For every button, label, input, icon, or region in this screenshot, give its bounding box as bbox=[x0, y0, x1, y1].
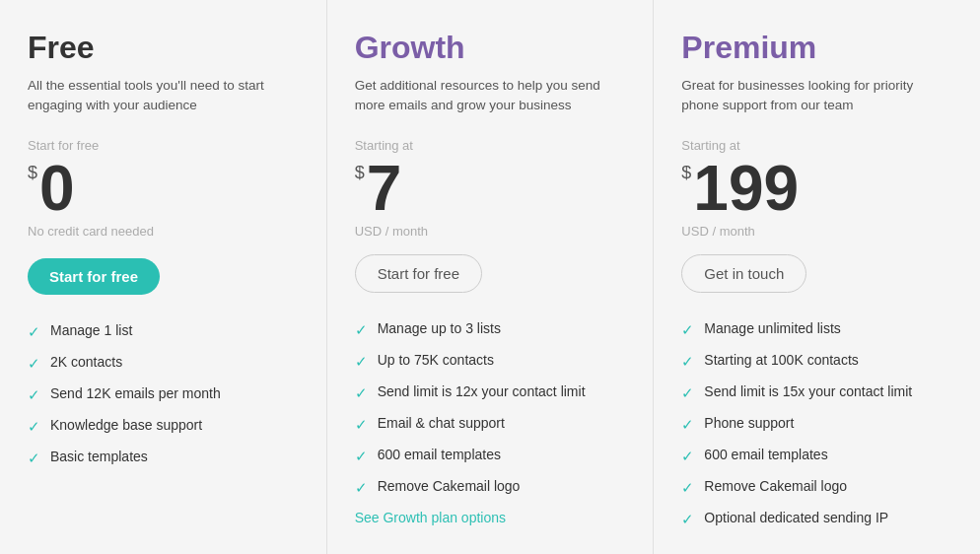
feature-text: Manage unlimited lists bbox=[704, 320, 841, 336]
check-icon: ✓ bbox=[28, 450, 40, 467]
price-period-premium: USD / month bbox=[681, 224, 952, 239]
price-row-growth: $7 bbox=[355, 157, 626, 220]
list-item: ✓Up to 75K contacts bbox=[355, 352, 626, 371]
check-icon: ✓ bbox=[355, 448, 368, 465]
price-dollar-growth: $ bbox=[355, 163, 365, 183]
list-item: ✓Optional dedicated sending IP bbox=[681, 510, 952, 528]
plan-description-premium: Great for businesses looking for priorit… bbox=[681, 76, 952, 116]
check-icon: ✓ bbox=[681, 416, 694, 434]
price-dollar-free: $ bbox=[28, 163, 37, 183]
feature-text: 2K contacts bbox=[50, 354, 122, 370]
check-icon: ✓ bbox=[355, 479, 368, 497]
feature-list-growth: ✓Manage up to 3 lists✓Up to 75K contacts… bbox=[355, 320, 626, 497]
check-icon: ✓ bbox=[355, 321, 368, 339]
feature-text: Optional dedicated sending IP bbox=[704, 510, 888, 525]
check-icon: ✓ bbox=[681, 448, 694, 465]
feature-text: Starting at 100K contacts bbox=[704, 352, 858, 368]
plan-description-growth: Get additional resources to help you sen… bbox=[355, 76, 626, 116]
price-row-free: $0 bbox=[28, 157, 299, 220]
price-amount-growth: 7 bbox=[367, 157, 402, 220]
plan-free: FreeAll the essential tools you'll need … bbox=[0, 0, 327, 554]
list-item: ✓Basic templates bbox=[28, 449, 299, 467]
check-icon: ✓ bbox=[28, 355, 40, 373]
starting-at-premium: Starting at bbox=[681, 138, 952, 153]
cta-button-premium[interactable]: Get in touch bbox=[681, 254, 806, 293]
price-amount-premium: 199 bbox=[693, 157, 799, 220]
check-icon: ✓ bbox=[681, 321, 694, 339]
check-icon: ✓ bbox=[355, 353, 368, 371]
list-item: ✓Send limit is 12x your contact limit bbox=[355, 383, 626, 402]
feature-text: Phone support bbox=[704, 415, 794, 431]
feature-text: Up to 75K contacts bbox=[378, 352, 494, 368]
feature-text: 600 email templates bbox=[704, 447, 827, 462]
list-item: ✓Manage unlimited lists bbox=[681, 320, 952, 339]
cta-button-free[interactable]: Start for free bbox=[28, 258, 160, 295]
feature-text: Send 12K emails per month bbox=[50, 385, 221, 401]
price-dollar-premium: $ bbox=[681, 163, 691, 183]
check-icon: ✓ bbox=[355, 416, 368, 434]
see-options-link-growth[interactable]: See Growth plan options bbox=[355, 510, 626, 525]
list-item: ✓Starting at 100K contacts bbox=[681, 352, 952, 371]
list-item: ✓Phone support bbox=[681, 415, 952, 434]
check-icon: ✓ bbox=[355, 384, 368, 402]
feature-text: Email & chat support bbox=[378, 415, 505, 431]
feature-text: 600 email templates bbox=[378, 447, 501, 462]
list-item: ✓Email & chat support bbox=[355, 415, 626, 434]
list-item: ✓Manage up to 3 lists bbox=[355, 320, 626, 339]
feature-text: Manage up to 3 lists bbox=[378, 320, 501, 336]
feature-list-free: ✓Manage 1 list✓2K contacts✓Send 12K emai… bbox=[28, 322, 299, 467]
plan-name-free: Free bbox=[28, 30, 299, 66]
feature-text: Basic templates bbox=[50, 449, 148, 464]
pricing-container: FreeAll the essential tools you'll need … bbox=[0, 0, 980, 554]
check-icon: ✓ bbox=[681, 479, 694, 497]
check-icon: ✓ bbox=[28, 386, 40, 404]
starting-at-growth: Starting at bbox=[355, 138, 626, 153]
price-period-growth: USD / month bbox=[355, 224, 626, 239]
feature-text: Remove Cakemail logo bbox=[704, 478, 847, 494]
check-icon: ✓ bbox=[681, 511, 694, 528]
plan-name-premium: Premium bbox=[681, 30, 952, 66]
feature-text: Send limit is 15x your contact limit bbox=[704, 383, 912, 399]
price-row-premium: $199 bbox=[681, 157, 952, 220]
plan-premium: PremiumGreat for businesses looking for … bbox=[654, 0, 980, 554]
check-icon: ✓ bbox=[28, 418, 40, 436]
feature-text: Remove Cakemail logo bbox=[378, 478, 521, 494]
list-item: ✓Send 12K emails per month bbox=[28, 385, 299, 404]
check-icon: ✓ bbox=[681, 353, 694, 371]
cta-button-growth[interactable]: Start for free bbox=[355, 254, 482, 293]
check-icon: ✓ bbox=[28, 323, 40, 341]
list-item: ✓600 email templates bbox=[355, 447, 626, 465]
feature-text: Manage 1 list bbox=[50, 322, 132, 338]
feature-list-premium: ✓Manage unlimited lists✓Starting at 100K… bbox=[681, 320, 952, 528]
list-item: ✓2K contacts bbox=[28, 354, 299, 373]
list-item: ✓Knowledge base support bbox=[28, 417, 299, 436]
feature-text: Send limit is 12x your contact limit bbox=[378, 383, 586, 399]
list-item: ✓Remove Cakemail logo bbox=[681, 478, 952, 497]
plan-description-free: All the essential tools you'll need to s… bbox=[28, 76, 299, 116]
list-item: ✓600 email templates bbox=[681, 447, 952, 465]
list-item: ✓Send limit is 15x your contact limit bbox=[681, 383, 952, 402]
price-amount-free: 0 bbox=[39, 157, 75, 220]
plan-growth: GrowthGet additional resources to help y… bbox=[327, 0, 655, 554]
no-credit-free: No credit card needed bbox=[28, 224, 299, 239]
check-icon: ✓ bbox=[681, 384, 694, 402]
list-item: ✓Manage 1 list bbox=[28, 322, 299, 341]
starting-at-free: Start for free bbox=[28, 138, 299, 153]
list-item: ✓Remove Cakemail logo bbox=[355, 478, 626, 497]
plan-name-growth: Growth bbox=[355, 30, 626, 66]
feature-text: Knowledge base support bbox=[50, 417, 202, 433]
